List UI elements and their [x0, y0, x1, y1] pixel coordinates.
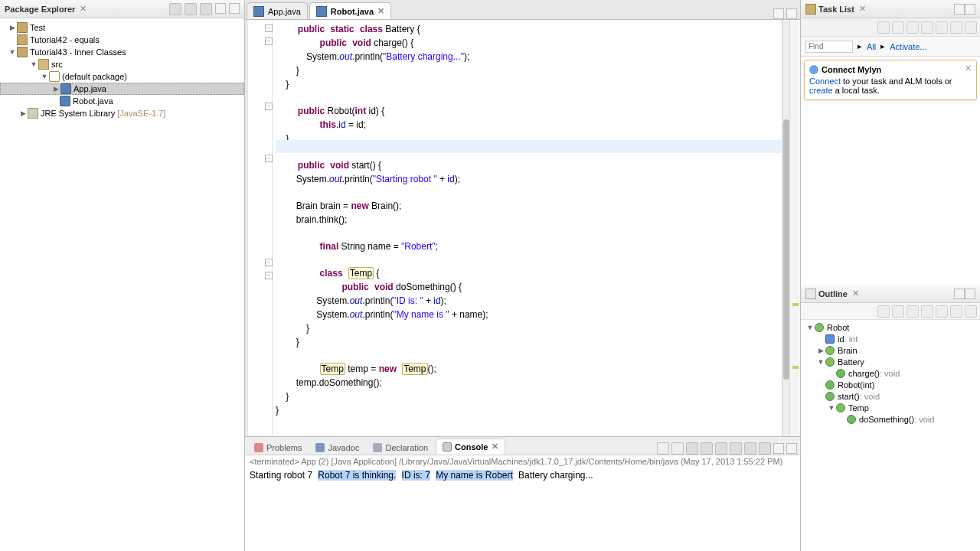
project-icon [17, 47, 28, 57]
maximize-icon[interactable] [965, 4, 975, 15]
fold-icon[interactable]: − [265, 272, 273, 279]
minimize-icon[interactable] [954, 289, 965, 299]
project-tutorial42[interactable]: Tutorial42 - equals [0, 34, 244, 46]
code-content[interactable]: public static class Battery { public voi… [273, 20, 782, 436]
sync-icon[interactable] [936, 21, 948, 34]
task-list-title: Task List [818, 5, 854, 14]
hide-local-icon[interactable] [936, 305, 948, 318]
open-console-icon[interactable] [759, 442, 771, 455]
tab-app-java[interactable]: App.java [247, 2, 308, 19]
close-icon[interactable]: ✕ [492, 442, 498, 452]
terminate-icon[interactable] [686, 442, 698, 455]
view-menu-icon[interactable] [200, 3, 212, 15]
fold-icon[interactable]: − [265, 24, 273, 32]
maximize-icon[interactable] [786, 8, 797, 19]
close-icon[interactable]: ✕ [859, 4, 866, 14]
collapse-all-icon[interactable] [169, 3, 181, 15]
tab-problems[interactable]: Problems [248, 441, 308, 455]
editor-scrollbar[interactable] [782, 20, 789, 436]
clear-console-icon[interactable] [701, 442, 713, 455]
declaration-icon [373, 443, 382, 452]
outline-start[interactable]: start() : void [801, 390, 980, 402]
library-icon [28, 108, 38, 119]
close-icon[interactable]: ✕ [80, 4, 87, 14]
categorize-icon[interactable] [892, 21, 904, 34]
outline-dosomething[interactable]: doSomething() : void [801, 413, 980, 425]
outline-id[interactable]: id : int [801, 333, 980, 344]
code-editor[interactable]: − − − − − − public static class Battery … [245, 20, 800, 436]
console-output[interactable]: Starting robot 7 Robot 7 is thinking. ID… [245, 468, 800, 484]
new-task-icon[interactable] [877, 21, 890, 34]
maximize-icon[interactable] [965, 289, 975, 299]
outline-brain[interactable]: ▶Brain [801, 344, 980, 356]
tab-console[interactable]: Console ✕ [436, 439, 505, 455]
outline-title: Outline [818, 289, 848, 298]
hide-fields-icon[interactable] [892, 305, 904, 318]
method-icon [836, 369, 845, 378]
display-console-icon[interactable] [744, 442, 756, 455]
task-list-body[interactable]: ✕ Connect Mylyn Connect to your task and… [801, 57, 980, 285]
tab-javadoc[interactable]: Javadoc [309, 441, 365, 455]
editor-gutter[interactable]: − − − − − − [245, 20, 273, 436]
minimize-icon[interactable] [215, 3, 226, 14]
remove-all-icon[interactable] [671, 442, 684, 455]
scrollbar-thumb[interactable] [783, 119, 789, 380]
tab-robot-java[interactable]: Robot.java✕ [309, 2, 391, 19]
outline-charge[interactable]: charge() : void [801, 367, 980, 379]
project-tutorial43[interactable]: ▼Tutorial43 - Inner Classes [0, 46, 244, 58]
file-robot-java[interactable]: Robot.java [0, 95, 244, 107]
outline-tree[interactable]: ▼Robot id : int ▶Brain ▼Battery charge()… [801, 320, 980, 551]
class-icon [836, 403, 845, 412]
minimize-icon[interactable] [773, 443, 784, 454]
default-package[interactable]: ▼(default package) [0, 70, 244, 83]
project-test[interactable]: ▶Test [0, 21, 244, 34]
outline-ctor[interactable]: Robot(int) [801, 379, 980, 390]
fold-icon[interactable]: − [265, 155, 273, 162]
overview-ruler[interactable] [789, 20, 800, 436]
tab-declaration[interactable]: Declaration [367, 441, 434, 455]
maximize-icon[interactable] [229, 3, 240, 14]
focus-icon[interactable] [950, 305, 962, 318]
fold-icon[interactable]: − [265, 103, 273, 110]
maximize-icon[interactable] [786, 443, 797, 454]
connect-link[interactable]: Connect [809, 77, 841, 86]
close-icon[interactable]: ✕ [965, 64, 972, 73]
task-list-icon [805, 4, 816, 15]
outline-robot[interactable]: ▼Robot [801, 321, 980, 333]
fold-icon[interactable]: − [265, 259, 273, 266]
jre-library[interactable]: ▶JRE System Library [JavaSE-1.7] [0, 107, 244, 119]
remove-launch-icon[interactable] [657, 442, 669, 455]
constructor-icon [825, 380, 835, 390]
src-folder[interactable]: ▼src [0, 58, 244, 70]
prev-icon[interactable]: ▸ [858, 41, 862, 51]
view-menu-icon[interactable] [965, 305, 977, 318]
pin-console-icon[interactable] [730, 442, 742, 455]
outline-battery[interactable]: ▼Battery [801, 356, 980, 367]
hide-static-icon[interactable] [906, 305, 919, 318]
focus-icon[interactable] [921, 21, 933, 34]
link-editor-icon[interactable] [185, 3, 197, 15]
close-icon[interactable]: ✕ [852, 289, 859, 298]
sort-icon[interactable] [877, 305, 890, 318]
view-menu-icon[interactable] [965, 21, 977, 34]
scroll-lock-icon[interactable] [715, 442, 727, 455]
fold-icon[interactable]: − [265, 37, 273, 45]
hide-nonpublic-icon[interactable] [921, 305, 933, 318]
schedule-icon[interactable] [906, 21, 919, 34]
package-tree[interactable]: ▶Test Tutorial42 - equals ▼Tutorial43 - … [0, 18, 244, 551]
file-app-java[interactable]: ▶App.java [0, 83, 244, 95]
java-file-icon [253, 6, 264, 17]
collapse-icon[interactable] [950, 21, 962, 34]
task-toolbar [801, 18, 980, 37]
create-link[interactable]: create [809, 86, 833, 95]
filter-all-link[interactable]: All [867, 42, 876, 51]
next-icon[interactable]: ▸ [880, 41, 885, 51]
minimize-icon[interactable] [773, 8, 784, 19]
minimize-icon[interactable] [954, 4, 965, 15]
package-explorer-view: Package Explorer ✕ ▶Test Tutorial42 - eq… [0, 0, 245, 551]
activate-link[interactable]: Activate... [890, 42, 926, 51]
class-icon [815, 323, 824, 332]
close-icon[interactable]: ✕ [377, 6, 384, 16]
outline-temp[interactable]: ▼Temp [801, 402, 980, 413]
task-find-input[interactable] [805, 41, 853, 53]
